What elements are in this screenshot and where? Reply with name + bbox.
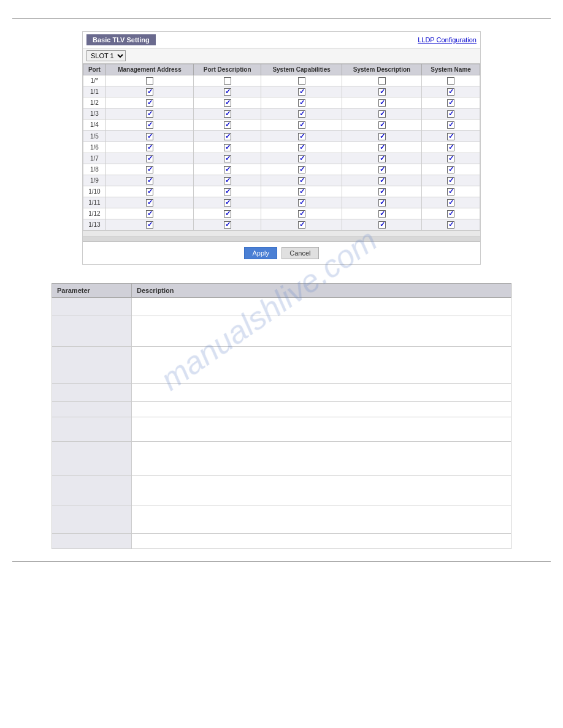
checkbox-cell-mgmt[interactable]: [105, 108, 193, 119]
checkbox-cell-mgmt[interactable]: [105, 219, 193, 230]
checkbox-portDesc[interactable]: [224, 110, 231, 118]
checkbox-portDesc[interactable]: [224, 188, 231, 195]
checkbox-cell-sysDesc[interactable]: [342, 108, 421, 119]
checkbox-cell-sysCap[interactable]: [261, 186, 342, 197]
checkbox-cell-sysDesc[interactable]: [342, 208, 421, 219]
checkbox-cell-portDesc[interactable]: [193, 186, 261, 197]
checkbox-portDesc[interactable]: [224, 144, 231, 151]
checkbox-mgmt[interactable]: [146, 99, 153, 107]
checkbox-portDesc[interactable]: [224, 221, 231, 229]
checkbox-mgmt[interactable]: [146, 166, 153, 173]
checkbox-sysDesc[interactable]: [378, 166, 386, 173]
checkbox-cell-sysCap[interactable]: [261, 131, 342, 142]
checkbox-mgmt[interactable]: [146, 188, 153, 195]
checkbox-cell-sysName[interactable]: [422, 75, 480, 86]
slot-select[interactable]: SLOT 1 SLOT 2: [86, 50, 126, 61]
checkbox-cell-sysName[interactable]: [422, 131, 480, 142]
checkbox-sysDesc[interactable]: [378, 155, 386, 162]
checkbox-cell-sysDesc[interactable]: [342, 186, 421, 197]
checkbox-sysCap[interactable]: [298, 121, 305, 129]
checkbox-sysDesc[interactable]: [378, 188, 386, 195]
checkbox-sysName[interactable]: [447, 166, 454, 173]
checkbox-sysName[interactable]: [447, 210, 454, 218]
checkbox-sysCap[interactable]: [298, 133, 305, 140]
checkbox-cell-portDesc[interactable]: [193, 97, 261, 108]
checkbox-sysCap[interactable]: [298, 199, 305, 207]
checkbox-sysName[interactable]: [447, 88, 454, 96]
checkbox-sysCap[interactable]: [298, 221, 305, 229]
checkbox-cell-portDesc[interactable]: [193, 131, 261, 142]
checkbox-portDesc[interactable]: [224, 133, 231, 140]
checkbox-sysDesc[interactable]: [378, 110, 386, 118]
checkbox-cell-portDesc[interactable]: [193, 175, 261, 186]
checkbox-portDesc[interactable]: [224, 121, 231, 129]
table-scroll-container[interactable]: Port Management Address Port Description…: [83, 64, 480, 230]
checkbox-cell-sysCap[interactable]: [261, 119, 342, 131]
checkbox-cell-portDesc[interactable]: [193, 108, 261, 119]
checkbox-cell-portDesc[interactable]: [193, 197, 261, 208]
checkbox-cell-sysDesc[interactable]: [342, 131, 421, 142]
checkbox-sysDesc[interactable]: [378, 221, 386, 229]
checkbox-sysCap[interactable]: [298, 88, 305, 96]
checkbox-cell-sysName[interactable]: [422, 208, 480, 219]
checkbox-portDesc[interactable]: [224, 88, 231, 96]
checkbox-mgmt[interactable]: [146, 177, 153, 184]
checkbox-sysDesc[interactable]: [378, 144, 386, 151]
checkbox-cell-mgmt[interactable]: [105, 86, 193, 97]
cancel-button[interactable]: Cancel: [282, 247, 318, 259]
checkbox-sysDesc[interactable]: [378, 77, 386, 85]
checkbox-sysName[interactable]: [447, 221, 454, 229]
checkbox-cell-mgmt[interactable]: [105, 75, 193, 86]
checkbox-cell-sysCap[interactable]: [261, 153, 342, 164]
checkbox-mgmt[interactable]: [146, 210, 153, 218]
checkbox-sysCap[interactable]: [298, 144, 305, 151]
checkbox-portDesc[interactable]: [224, 199, 231, 207]
checkbox-cell-mgmt[interactable]: [105, 208, 193, 219]
checkbox-cell-portDesc[interactable]: [193, 164, 261, 175]
checkbox-sysName[interactable]: [447, 133, 454, 140]
checkbox-sysDesc[interactable]: [378, 199, 386, 207]
checkbox-sysName[interactable]: [447, 177, 454, 184]
checkbox-cell-sysDesc[interactable]: [342, 197, 421, 208]
checkbox-mgmt[interactable]: [146, 221, 153, 229]
checkbox-cell-portDesc[interactable]: [193, 75, 261, 86]
checkbox-cell-mgmt[interactable]: [105, 142, 193, 153]
checkbox-sysCap[interactable]: [298, 166, 305, 173]
checkbox-cell-sysName[interactable]: [422, 86, 480, 97]
checkbox-sysName[interactable]: [447, 199, 454, 207]
checkbox-sysName[interactable]: [447, 121, 454, 129]
checkbox-cell-sysName[interactable]: [422, 108, 480, 119]
checkbox-mgmt[interactable]: [146, 199, 153, 207]
checkbox-sysDesc[interactable]: [378, 210, 386, 218]
checkbox-cell-sysName[interactable]: [422, 219, 480, 230]
checkbox-cell-sysDesc[interactable]: [342, 153, 421, 164]
checkbox-portDesc[interactable]: [224, 99, 231, 107]
checkbox-sysDesc[interactable]: [378, 133, 386, 140]
checkbox-mgmt[interactable]: [146, 110, 153, 118]
checkbox-cell-sysDesc[interactable]: [342, 97, 421, 108]
checkbox-mgmt[interactable]: [146, 155, 153, 162]
checkbox-sysDesc[interactable]: [378, 121, 386, 129]
checkbox-cell-portDesc[interactable]: [193, 208, 261, 219]
checkbox-sysName[interactable]: [447, 110, 454, 118]
checkbox-cell-sysCap[interactable]: [261, 142, 342, 153]
checkbox-cell-mgmt[interactable]: [105, 153, 193, 164]
apply-button[interactable]: Apply: [244, 247, 277, 259]
checkbox-portDesc[interactable]: [224, 155, 231, 162]
checkbox-sysName[interactable]: [447, 77, 454, 85]
checkbox-cell-mgmt[interactable]: [105, 131, 193, 142]
checkbox-sysName[interactable]: [447, 99, 454, 107]
checkbox-sysCap[interactable]: [298, 77, 305, 85]
checkbox-mgmt[interactable]: [146, 88, 153, 96]
checkbox-cell-sysName[interactable]: [422, 164, 480, 175]
checkbox-cell-sysDesc[interactable]: [342, 119, 421, 131]
checkbox-cell-sysName[interactable]: [422, 97, 480, 108]
checkbox-cell-sysCap[interactable]: [261, 108, 342, 119]
checkbox-cell-sysName[interactable]: [422, 197, 480, 208]
checkbox-sysName[interactable]: [447, 188, 454, 195]
checkbox-cell-mgmt[interactable]: [105, 119, 193, 131]
checkbox-cell-portDesc[interactable]: [193, 153, 261, 164]
checkbox-cell-sysName[interactable]: [422, 153, 480, 164]
checkbox-sysName[interactable]: [447, 155, 454, 162]
checkbox-cell-sysCap[interactable]: [261, 219, 342, 230]
